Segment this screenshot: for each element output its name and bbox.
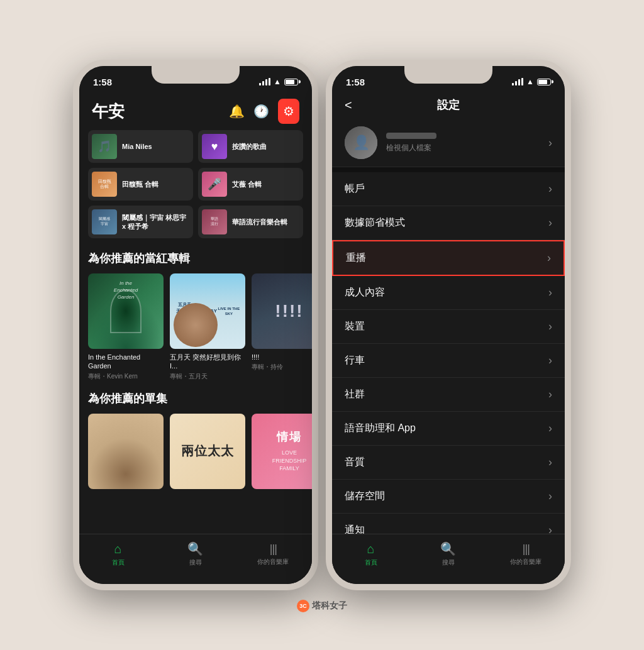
profile-chevron: › <box>548 136 552 150</box>
music-card-liked[interactable]: ♥ 按讚的歌曲 <box>198 130 303 163</box>
search-icon-left: 🔍 <box>187 541 203 556</box>
search-icon-right: 🔍 <box>440 541 456 556</box>
signal-icon-left <box>259 78 270 85</box>
header-icons: 🔔 🕐 ⚙ <box>229 99 299 124</box>
watermark-text: 塔科女子 <box>312 600 347 612</box>
settings-label-storage: 儲存空間 <box>345 490 385 503</box>
tab-home-right[interactable]: ⌂ 首頁 <box>332 542 409 567</box>
music-label-hua: 華語流行音樂合輯 <box>232 218 287 226</box>
thumb-mia: 🎵 <box>92 134 117 159</box>
settings-header: < 設定 <box>332 94 565 119</box>
settings-item-voice[interactable]: 語音助理和 App › <box>332 412 565 446</box>
greeting-text: 午安 <box>92 101 125 123</box>
profile-row[interactable]: 👤 檢視個人檔案 › <box>332 119 565 167</box>
settings-item-adult[interactable]: 成人內容 › <box>332 276 565 310</box>
home-icon-left: ⌂ <box>114 542 122 556</box>
music-card-ai[interactable]: 🎤 艾薇 合輯 <box>198 168 303 201</box>
time-left: 1:58 <box>93 77 112 87</box>
music-label-jiao: 閾屬感｜宇宙 林思宇 x 程予希 <box>122 213 189 231</box>
episode-item-2[interactable]: 兩位太太 <box>170 414 245 493</box>
home-icon-right: ⌂ <box>367 542 375 556</box>
watermark-badge: 3C <box>297 600 309 612</box>
album-subtitle-garden: 專輯・Kevin Kern <box>88 372 164 381</box>
music-card-hua[interactable]: 華語流行 華語流行音樂合輯 <box>198 206 303 238</box>
home-header: 午安 🔔 🕐 ⚙ <box>79 94 312 130</box>
profile-name-placeholder <box>386 133 436 139</box>
settings-chevron-social: › <box>548 388 552 401</box>
settings-item-social[interactable]: 社群 › <box>332 378 565 412</box>
library-icon-right: ||| <box>523 543 530 556</box>
settings-label-repeat: 重播 <box>346 251 366 265</box>
music-card-tian[interactable]: 田馥甄合輯 田馥甄 合輯 <box>88 168 193 201</box>
thumb-tian: 田馥甄合輯 <box>92 172 117 197</box>
episode-cover-2: 兩位太太 <box>170 414 245 489</box>
right-phone-inner: 1:58 ▲ < 設定 <box>332 66 565 584</box>
tab-library-left[interactable]: ||| 你的音樂庫 <box>235 543 312 566</box>
settings-label-voice: 語音助理和 App <box>345 422 416 435</box>
album-item-garden[interactable]: In theEnchantedGarden In the Enchanted G… <box>88 273 164 381</box>
settings-item-quality[interactable]: 音質 › <box>332 446 565 480</box>
settings-section: 帳戶 › 數據節省模式 › 重播 › 成人內容 › 裝置 › <box>332 167 565 581</box>
time-right: 1:58 <box>346 77 365 87</box>
thumb-liked: ♥ <box>202 134 227 159</box>
tab-search-right[interactable]: 🔍 搜尋 <box>409 541 487 567</box>
music-card-mia[interactable]: 🎵 Mia Niles <box>88 130 193 163</box>
album-item-chi[interactable]: !!!! !!!! 專輯・持伶 <box>252 273 312 381</box>
album-title-mayday: 五月天 突然好想見到你 I... <box>170 353 245 371</box>
episode-row: 兩位太太 情場 LOVEFRIENDSHIPFAMILY <box>79 414 312 493</box>
watermark: 3C 塔科女子 <box>297 600 347 612</box>
settings-chevron-storage: › <box>548 490 552 503</box>
status-icons-right: ▲ <box>512 77 551 86</box>
trending-section-header: 為你推薦的當紅專輯 <box>79 251 312 266</box>
settings-item-account[interactable]: 帳戶 › <box>332 172 565 206</box>
battery-icon-left <box>284 79 298 85</box>
settings-title: 設定 <box>437 97 460 113</box>
gear-icon[interactable]: ⚙ <box>278 99 299 124</box>
avatar: 👤 <box>345 126 377 159</box>
profile-sub-label: 檢視個人檔案 <box>386 143 548 153</box>
music-label-tian: 田馥甄 合輯 <box>122 180 158 189</box>
episode-cover-3: 情場 LOVEFRIENDSHIPFAMILY <box>252 414 312 489</box>
settings-label-car: 行車 <box>345 354 365 367</box>
tab-home-left[interactable]: ⌂ 首頁 <box>79 542 157 567</box>
home-label-left: 首頁 <box>112 558 125 567</box>
thumb-hua: 華語流行 <box>202 209 227 234</box>
wifi-icon-right: ▲ <box>526 77 534 86</box>
album-subtitle-mayday: 專輯・五月天 <box>170 372 245 381</box>
music-card-jiao[interactable]: 閾屬感宇宙 閾屬感｜宇宙 林思宇 x 程予希 <box>88 206 193 238</box>
settings-item-data-saver[interactable]: 數據節省模式 › <box>332 206 565 240</box>
left-phone-inner: 1:58 ▲ 午安 🔔 <box>79 66 312 584</box>
settings-label-quality: 音質 <box>345 456 365 469</box>
profile-info: 檢視個人檔案 <box>386 133 548 153</box>
tab-library-right[interactable]: ||| 你的音樂庫 <box>487 543 565 566</box>
settings-label-adult: 成人內容 <box>345 286 385 299</box>
bell-icon[interactable]: 🔔 <box>229 104 245 119</box>
settings-item-car[interactable]: 行車 › <box>332 344 565 378</box>
page-container: 1:58 ▲ 午安 🔔 <box>0 0 644 650</box>
settings-chevron-device: › <box>548 320 552 333</box>
tab-bar-left: ⌂ 首頁 🔍 搜尋 ||| 你的音樂庫 <box>79 534 312 584</box>
episode-item-1[interactable] <box>88 414 164 493</box>
library-icon-left: ||| <box>270 543 277 556</box>
episode-item-3[interactable]: 情場 LOVEFRIENDSHIPFAMILY <box>252 414 312 493</box>
history-icon[interactable]: 🕐 <box>253 104 269 119</box>
notch-right <box>404 66 492 84</box>
music-label-liked: 按讚的歌曲 <box>232 142 267 151</box>
recent-music-grid: 🎵 Mia Niles ♥ 按讚的歌曲 田馥甄合輯 田馥甄 合輯 <box>79 130 312 238</box>
tab-search-left[interactable]: 🔍 搜尋 <box>157 541 234 567</box>
settings-chevron-adult: › <box>548 286 552 299</box>
settings-item-storage[interactable]: 儲存空間 › <box>332 480 565 514</box>
thumb-ai: 🎤 <box>202 172 227 197</box>
album-cover-garden: In theEnchantedGarden <box>88 273 164 349</box>
settings-chevron-voice: › <box>548 422 552 435</box>
status-icons-left: ▲ <box>259 77 298 86</box>
thumb-jiao: 閾屬感宇宙 <box>92 209 117 234</box>
music-label-ai: 艾薇 合輯 <box>232 180 262 189</box>
settings-item-device[interactable]: 裝置 › <box>332 310 565 344</box>
settings-label-device: 裝置 <box>345 320 365 333</box>
album-title-garden: In the Enchanted Garden <box>88 353 164 371</box>
settings-item-repeat[interactable]: 重播 › <box>332 240 565 276</box>
search-label-right: 搜尋 <box>442 558 455 567</box>
episode-section-header: 為你推薦的單集 <box>79 391 312 406</box>
back-button[interactable]: < <box>345 98 352 113</box>
